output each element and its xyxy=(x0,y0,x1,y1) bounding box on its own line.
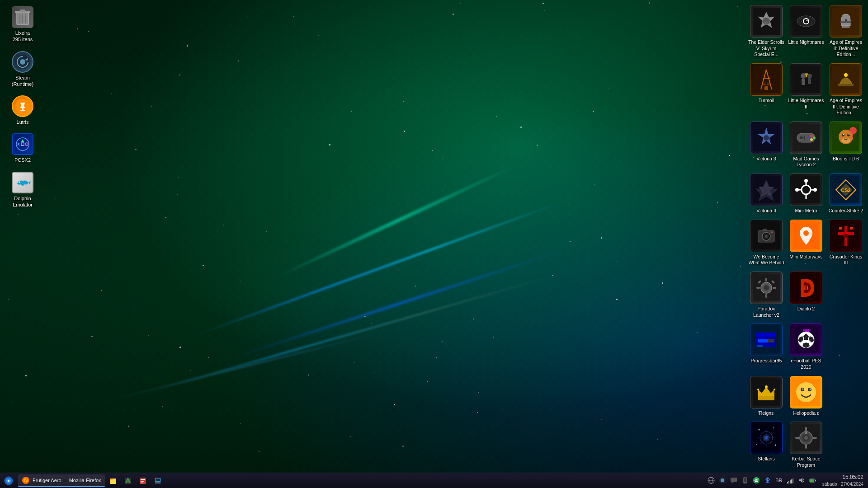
svg-point-87 xyxy=(771,231,773,233)
mini-metro-image xyxy=(790,174,822,206)
desktop-icon-steam[interactable]: Steam (Runtime) xyxy=(5,49,41,89)
efootball-label: eFootball PES 2020 xyxy=(788,358,824,370)
svg-point-51 xyxy=(810,135,813,137)
files-icon xyxy=(109,477,117,485)
game-icon-mad-games[interactable]: Mad Games Tycoon 2 xyxy=(786,119,826,171)
svg-point-98 xyxy=(764,285,769,291)
game-icon-victoria2[interactable]: Victoria II xyxy=(746,171,786,217)
game-icon-progressbar[interactable]: Progressbar95 xyxy=(746,321,786,367)
progressbar-label: Progressbar95 xyxy=(751,358,782,364)
taskbar-app-5[interactable] xyxy=(151,474,165,487)
svg-rect-33 xyxy=(764,86,768,90)
game-icon-age-empires2[interactable]: Age of Empires II: Definitive Edition... xyxy=(826,2,866,61)
age-empires3-label: Age of Empires III: Definitive Edition..… xyxy=(828,98,864,116)
app5-icon xyxy=(154,477,162,485)
svg-rect-158 xyxy=(110,479,113,480)
game-icon-efootball[interactable]: PES eFootball PES 2020 xyxy=(786,321,826,373)
desktop-icon-lixeira[interactable]: Lixeira295 itens xyxy=(5,5,41,45)
svg-rect-163 xyxy=(141,483,143,483)
game-icon-kerbal[interactable]: Kerbal Space Program xyxy=(786,419,826,471)
game-icon-csgo[interactable]: CS2 Counter-Strike 2 xyxy=(826,171,866,217)
game-icon-crusader-kings[interactable]: Crusader Kings III xyxy=(826,217,866,269)
game-icon-stellaris[interactable]: Stellaris xyxy=(746,419,786,465)
pcsx2-label: PCSX2 xyxy=(14,157,31,163)
svg-point-53 xyxy=(807,136,810,139)
dolphin-icon xyxy=(12,172,33,193)
reigns-image xyxy=(750,376,783,408)
taskbar-firefox-label: Frutiger Aero — Mozilla Firefox xyxy=(33,478,101,483)
desktop-icon-dolphin[interactable]: Dolphin Emulator xyxy=(5,170,41,210)
svg-point-125 xyxy=(774,389,775,390)
firefox-icon xyxy=(22,476,30,484)
game-icon-little-nightmares2[interactable]: Little Nightmares II xyxy=(786,61,826,113)
taskbar-app-firefox[interactable]: Frutiger Aero — Mozilla Firefox xyxy=(18,474,105,487)
svg-rect-167 xyxy=(156,482,160,483)
svg-point-124 xyxy=(757,389,759,390)
svg-point-60 xyxy=(841,138,850,143)
game-icon-we-become[interactable]: We Become What We Behold xyxy=(746,217,786,269)
desktop-background xyxy=(0,0,868,488)
svg-rect-2 xyxy=(20,9,25,12)
tray-phone-icon[interactable] xyxy=(741,476,750,485)
desktop-icon-lutris[interactable]: Lutris xyxy=(5,94,41,127)
game-icon-reigns[interactable]: Reigns xyxy=(746,373,786,419)
game-icon-victoria3[interactable]: Victoria 3 xyxy=(746,119,786,165)
svg-rect-100 xyxy=(765,294,767,298)
game-icon-paradox[interactable]: Paradox Launcher v2 xyxy=(746,269,786,321)
kerbal-label: Kerbal Space Program xyxy=(788,456,824,468)
tray-network-icon[interactable] xyxy=(786,476,795,485)
tray-chat-icon[interactable] xyxy=(729,476,738,485)
game-icon-turmoil[interactable]: Turmoil xyxy=(746,61,786,107)
svg-rect-44 xyxy=(838,84,854,86)
tray-volume-icon[interactable] xyxy=(797,476,806,485)
tray-br-flag[interactable]: BR xyxy=(774,476,783,485)
game-icon-mini-metro[interactable]: Mini Metro xyxy=(786,171,826,217)
svg-point-35 xyxy=(765,82,767,84)
svg-point-17 xyxy=(19,181,20,183)
kerbal-image xyxy=(790,422,822,454)
tray-battery-icon[interactable] xyxy=(808,476,817,485)
svg-text:💬: 💬 xyxy=(754,479,759,483)
age-empires2-image xyxy=(830,5,862,38)
reigns-label: Reigns xyxy=(759,410,774,417)
little-nightmares-image xyxy=(790,5,822,38)
diablo-label: Diablo 2 xyxy=(797,306,815,312)
svg-text:CS2: CS2 xyxy=(841,188,850,193)
lutris-label: Lutris xyxy=(17,119,29,125)
svg-rect-94 xyxy=(850,227,853,230)
game-icon-bloons[interactable]: Bloons TD 6 xyxy=(826,119,866,165)
svg-rect-181 xyxy=(788,481,789,483)
we-become-label: We Become What We Behold xyxy=(748,254,784,266)
tray-globe-icon[interactable] xyxy=(707,476,716,485)
svg-point-143 xyxy=(775,445,776,446)
victoria2-label: Victoria II xyxy=(756,208,776,214)
taskbar-app-inkscape[interactable] xyxy=(121,474,135,487)
game-icon-mini-motorways[interactable]: Mini Motorways xyxy=(786,217,826,263)
svg-marker-185 xyxy=(799,478,802,483)
game-icon-little-nightmares[interactable]: Little Nightmares xyxy=(786,2,826,48)
game-icon-age-empires3[interactable]: Age of Empires III: Definitive Edition..… xyxy=(826,61,866,119)
game-icon-elder-scrolls[interactable]: ES The Elder Scrolls V: Skyrim Special E… xyxy=(746,2,786,61)
taskbar-right: 💬 BR 15:05:02 sábado · 27/04/2024 xyxy=(707,474,866,488)
tray-chat2-icon[interactable]: 💬 xyxy=(752,476,761,485)
taskbar-clock[interactable]: 15:05:02 sábado · 27/04/2024 xyxy=(820,474,866,488)
tray-steam-icon[interactable] xyxy=(718,476,727,485)
progressbar-image xyxy=(750,324,783,356)
taskbar-app-4[interactable] xyxy=(136,474,150,487)
svg-point-48 xyxy=(764,135,769,141)
desktop-icon-pcsx2[interactable]: PCSX2 xyxy=(5,131,41,165)
svg-point-89 xyxy=(803,230,809,236)
game-icon-heliopedia[interactable]: Heliopedia ε xyxy=(786,373,826,419)
start-button[interactable] xyxy=(2,474,15,487)
we-become-image xyxy=(750,220,783,252)
svg-rect-176 xyxy=(744,478,746,482)
little-nightmares-label: Little Nightmares xyxy=(788,39,824,46)
svg-point-154 xyxy=(8,480,9,482)
game-icon-diablo[interactable]: D Diablo 2 xyxy=(786,269,826,315)
svg-rect-86 xyxy=(763,229,767,231)
tray-bluetooth-icon[interactable] xyxy=(763,476,772,485)
taskbar-app-files[interactable] xyxy=(106,474,120,487)
crusader-kings-label: Crusader Kings III xyxy=(828,254,864,266)
csgo-image: CS2 xyxy=(830,174,862,206)
svg-rect-122 xyxy=(758,396,774,400)
